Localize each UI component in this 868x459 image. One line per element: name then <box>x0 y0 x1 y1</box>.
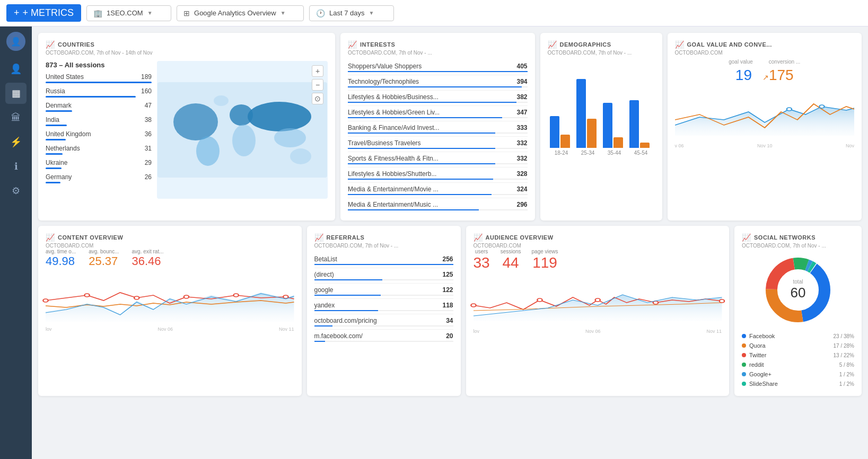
domain-selector[interactable]: 🏢 1SEO.COM ▼ <box>86 5 171 21</box>
interest-label: Media & Entertainment/Movie ... <box>348 186 509 193</box>
interest-value: 405 <box>509 63 528 70</box>
demo-bar-blue <box>603 103 612 148</box>
interests-title-row: 📈 INTERESTS <box>348 40 528 49</box>
country-item: Germany 26 <box>46 173 152 183</box>
audience-card: 📈 AUDIENCE OVERVIEW OCTOBOARD.COM users … <box>466 226 730 396</box>
country-value: 160 <box>141 87 152 95</box>
demo-bar-orange <box>640 143 650 148</box>
goal-value-item: 19 <box>735 67 752 84</box>
app-layout: 👤 👤 ▦ 🏛 ⚡ ℹ ⚙ 📈 COUNTRIES OCTOBOARD.COM,… <box>0 27 868 459</box>
interest-value: 332 <box>509 139 528 147</box>
country-value: 189 <box>141 73 152 81</box>
social-legend-item: SlideShare 1 / 2% <box>742 379 854 389</box>
referral-item: yandex 118 <box>314 299 453 314</box>
demo-age-label: 25-34 <box>576 150 600 156</box>
country-value: 36 <box>145 130 152 138</box>
referral-item: m.facebook.com/ 20 <box>314 330 453 345</box>
donut-total-value: 60 <box>791 285 806 301</box>
social-subtitle: OCTOBOARD.COM, 7th of Nov - ... <box>742 243 854 249</box>
svg-point-7 <box>290 148 311 164</box>
demo-group <box>603 103 626 148</box>
world-map: + − ⊙ <box>157 61 328 199</box>
referral-label: octoboard.com/pricing <box>314 317 377 324</box>
referral-label: (direct) <box>314 271 334 278</box>
content-metric: avg. exit rat... 36.46 <box>132 249 164 268</box>
country-item: United States 189 <box>46 73 152 83</box>
donut-label: total 60 <box>791 279 806 301</box>
sidebar-item-activity[interactable]: ⚡ <box>5 131 27 153</box>
content-date-end: Nov 11 <box>279 326 294 332</box>
pageviews-label: page views <box>532 249 558 254</box>
dashboard-selector[interactable]: ⊞ Google Analytics Overview ▼ <box>177 5 304 21</box>
country-value: 38 <box>145 116 152 123</box>
interest-value: 382 <box>509 93 528 101</box>
demographics-chart <box>548 63 655 148</box>
country-name: Russia <box>46 87 65 95</box>
interest-label: Lifestyles & Hobbies/Green Liv... <box>348 109 509 116</box>
donut-total-label: total <box>791 279 806 285</box>
social-network-value: 5 / 8% <box>839 362 854 368</box>
content-metric-label: avg. time o... <box>46 249 76 254</box>
users-value: 33 <box>474 254 490 271</box>
svg-point-19 <box>595 298 600 302</box>
interest-value: 324 <box>509 186 528 193</box>
svg-point-5 <box>248 102 311 131</box>
country-value: 29 <box>145 159 152 166</box>
svg-point-11 <box>43 299 48 302</box>
dashboard-icon: ⊞ <box>183 9 190 17</box>
content-title: CONTENT OVERVIEW <box>58 234 123 241</box>
countries-card: 📈 COUNTRIES OCTOBOARD.COM, 7th of Nov - … <box>38 33 335 220</box>
demographics-icon: 📈 <box>548 40 557 49</box>
interest-value: 296 <box>509 201 528 208</box>
country-item: Ukraine 29 <box>46 159 152 169</box>
users-metric: users 33 <box>474 249 490 271</box>
content-icon: 📈 <box>46 233 55 242</box>
map-zoom-in-button[interactable]: + <box>312 65 323 77</box>
referrals-icon: 📈 <box>314 233 323 242</box>
interest-item: Lifestyles & Hobbies/Business... 382 <box>348 91 528 106</box>
svg-point-20 <box>653 301 657 304</box>
referral-value: 125 <box>442 271 453 278</box>
audience-icon: 📈 <box>474 233 483 242</box>
svg-point-12 <box>84 294 89 297</box>
pageviews-metric: page views 119 <box>532 249 558 271</box>
legend-dot <box>742 334 746 338</box>
content-metric: avg. bounc... 25.37 <box>89 249 119 268</box>
sidebar-item-settings[interactable]: ⚙ <box>5 180 27 201</box>
sidebar-item-reports[interactable]: 🏛 <box>5 107 27 128</box>
sidebar-item-profile[interactable]: 👤 <box>5 58 27 80</box>
sidebar-item-dashboard[interactable]: ▦ <box>5 83 27 104</box>
svg-point-21 <box>719 299 724 303</box>
demo-age-label: 35-44 <box>603 150 626 156</box>
interest-item: Lifestyles & Hobbies/Green Liv... 347 <box>348 106 528 121</box>
chevron-down-icon-date: ▼ <box>369 10 374 16</box>
interest-item: Travel/Business Travelers 332 <box>348 137 528 152</box>
goal-date-end: Nov <box>846 143 854 148</box>
interest-label: Travel/Business Travelers <box>348 139 509 147</box>
country-value: 31 <box>145 145 152 152</box>
demo-bar-orange <box>587 119 597 148</box>
demographics-labels: 18-2425-3435-4445-54 <box>548 150 655 156</box>
session-count: 873 – All sessions <box>46 61 152 69</box>
goal-title: GOAL VALUE AND CONVE... <box>687 41 772 48</box>
country-name: Ukraine <box>46 159 67 166</box>
date-selector[interactable]: 🕐 Last 7 days ▼ <box>309 5 394 21</box>
content-date-mid: Nov 06 <box>157 326 173 332</box>
social-network-value: 17 / 28% <box>834 343 854 349</box>
topnav: + + METRICS 🏢 1SEO.COM ▼ ⊞ Google Analyt… <box>0 0 868 27</box>
content-metric-label: avg. bounc... <box>89 249 119 254</box>
sidebar-item-info[interactable]: ℹ <box>5 156 27 177</box>
map-zoom-out-button[interactable]: − <box>312 79 323 91</box>
map-reset-button[interactable]: ⊙ <box>312 93 323 104</box>
users-label: users <box>474 249 490 254</box>
add-metrics-button[interactable]: + + METRICS <box>6 4 81 22</box>
goal-date-start: v 06 <box>675 143 684 148</box>
audience-date-start: lov <box>474 329 480 334</box>
chevron-down-icon-dash: ▼ <box>280 10 286 16</box>
referral-value: 34 <box>446 317 453 324</box>
clock-icon: 🕐 <box>316 9 325 17</box>
content-date-start: lov <box>46 326 52 332</box>
goal-date-mid: Nov 10 <box>757 143 773 148</box>
content-chart <box>46 271 294 324</box>
interest-item: Shoppers/Value Shoppers 405 <box>348 60 528 75</box>
